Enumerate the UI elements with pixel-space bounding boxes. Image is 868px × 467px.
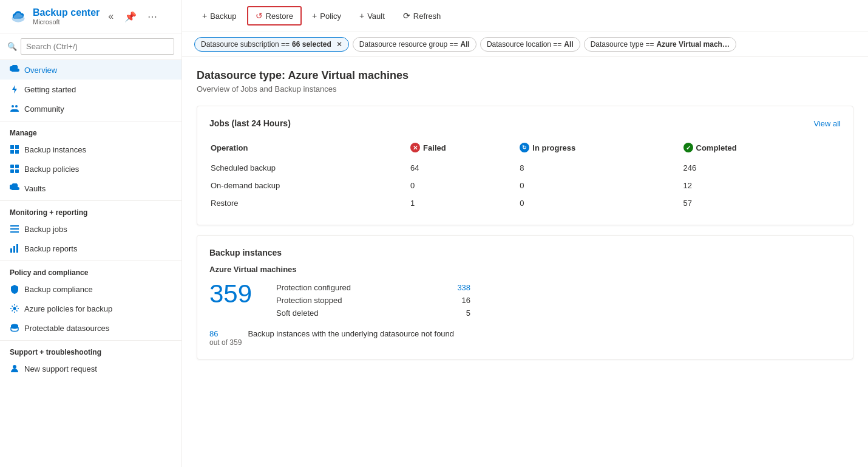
footer-count-value[interactable]: 86	[209, 329, 242, 338]
sidebar-item-backup-instances[interactable]: Backup instances	[0, 140, 181, 159]
operation-cell: On-demand backup	[211, 177, 409, 194]
sidebar-item-new-support[interactable]: New support request	[0, 359, 181, 378]
search-bar: 🔍	[0, 33, 181, 60]
sidebar-item-label: Getting started	[24, 85, 76, 94]
filter-prefix: Datasource location ==	[487, 40, 561, 49]
sidebar-item-label: Protectable datasources	[24, 324, 109, 333]
filter-close-icon[interactable]: ✕	[336, 40, 342, 49]
grid2-icon	[10, 164, 19, 174]
detail-label: Protection stopped	[276, 296, 342, 305]
filter-subscription[interactable]: Datasource subscription == 66 selected ✕	[194, 37, 349, 52]
sidebar-title-block: Backup center Microsoft	[33, 7, 100, 26]
table-row: Scheduled backup 64 8 246	[211, 160, 839, 176]
svg-rect-13	[10, 231, 19, 233]
sidebar-item-label: Backup jobs	[24, 225, 67, 234]
footer-count-sub: out of 359	[209, 338, 242, 347]
sidebar-item-backup-jobs[interactable]: Backup jobs	[0, 219, 181, 239]
sidebar-item-label: Community	[24, 104, 64, 114]
col-completed: ✓ Completed	[683, 139, 839, 159]
filter-datasource-type[interactable]: Datasource type == Azure Virtual mach…	[584, 37, 736, 52]
svg-rect-7	[10, 165, 14, 168]
sidebar-item-backup-reports[interactable]: Backup reports	[0, 239, 181, 258]
backup-button[interactable]: + Backup	[194, 7, 245, 25]
cloud2-icon	[10, 183, 19, 193]
toolbar: + Backup ↺ Restore + Policy + Vault ⟳ Re…	[182, 0, 868, 32]
page-title: Datasource type: Azure Virtual machines	[197, 69, 853, 82]
filter-resource-group[interactable]: Datasource resource group == All	[353, 37, 476, 52]
refresh-button[interactable]: ⟳ Refresh	[395, 7, 449, 25]
instances-body: 359 Protection configured 338 Protection…	[209, 281, 841, 319]
grid-icon	[10, 145, 19, 154]
operation-cell: Restore	[211, 195, 409, 211]
refresh-icon: ⟳	[403, 11, 410, 21]
jobs-card-title: Jobs (last 24 Hours)	[209, 118, 291, 128]
filter-prefix: Datasource type ==	[591, 40, 654, 49]
detail-value: 16	[452, 296, 470, 305]
sidebar-item-backup-compliance[interactable]: Backup compliance	[0, 279, 181, 299]
svg-rect-16	[16, 244, 18, 253]
svg-point-19	[13, 365, 16, 369]
list-icon	[10, 224, 19, 234]
shield-icon	[10, 284, 19, 294]
jobs-card-header: Jobs (last 24 Hours) View all	[209, 118, 841, 128]
sidebar-item-label: Backup reports	[24, 244, 77, 253]
restore-button[interactable]: ↺ Restore	[247, 6, 302, 26]
table-row: Restore 1 0 57	[211, 195, 839, 211]
completed-icon: ✓	[683, 143, 693, 152]
sidebar-item-overview[interactable]: Overview	[0, 60, 181, 80]
instances-details: Protection configured 338 Protection sto…	[276, 281, 841, 319]
svg-rect-8	[15, 165, 19, 168]
detail-label: Soft deleted	[276, 308, 318, 318]
svg-point-2	[15, 105, 18, 107]
app-subtitle: Microsoft	[33, 18, 100, 26]
inprogress-status-header: ↻ In progress	[520, 143, 677, 152]
inprogress-cell[interactable]: 8	[520, 160, 682, 176]
inprogress-cell: 0	[520, 195, 682, 211]
sidebar-item-community[interactable]: Community	[0, 99, 181, 118]
sidebar-nav: Overview Getting started Community Manag…	[0, 60, 181, 467]
sidebar-item-protectable-datasources[interactable]: Protectable datasources	[0, 318, 181, 338]
sidebar-item-azure-policies[interactable]: Azure policies for backup	[0, 299, 181, 318]
detail-row: Soft deleted 5	[276, 307, 470, 319]
completed-cell[interactable]: 57	[683, 195, 839, 211]
sidebar-item-backup-policies[interactable]: Backup policies	[0, 159, 181, 179]
filter-value: Azure Virtual mach…	[656, 40, 729, 49]
vault-button[interactable]: + Vault	[351, 7, 393, 25]
search-input[interactable]	[21, 38, 174, 55]
restore-icon: ↺	[256, 11, 263, 21]
app-name: Backup center	[33, 7, 100, 18]
failed-cell[interactable]: 1	[410, 195, 518, 211]
sidebar: Backup center Microsoft « 📌 ⋯ 🔍 Overview…	[0, 0, 182, 467]
sidebar-item-label: Backup policies	[24, 165, 79, 174]
view-all-link[interactable]: View all	[813, 119, 841, 128]
completed-cell[interactable]: 12	[683, 177, 839, 194]
svg-point-17	[13, 307, 16, 310]
policy-section-label: Policy and compliance	[0, 261, 181, 279]
jobs-card: Jobs (last 24 Hours) View all Operation …	[197, 106, 853, 225]
pin-button[interactable]: 📌	[122, 9, 139, 25]
svg-rect-12	[10, 228, 19, 230]
filter-value: 66 selected	[292, 40, 331, 49]
completed-cell[interactable]: 246	[683, 160, 839, 176]
svg-rect-11	[10, 225, 19, 227]
filter-value: All	[564, 40, 573, 49]
more-button[interactable]: ⋯	[145, 9, 160, 25]
instances-card-title: Backup instances	[209, 248, 841, 257]
sidebar-item-label: Overview	[24, 66, 57, 75]
col-inprogress: ↻ In progress	[520, 139, 682, 159]
filter-value: All	[461, 40, 470, 49]
sidebar-item-getting-started[interactable]: Getting started	[0, 80, 181, 99]
support-section-label: Support + troubleshooting	[0, 340, 181, 359]
detail-value[interactable]: 338	[452, 283, 470, 292]
filter-bar: Datasource subscription == 66 selected ✕…	[182, 32, 868, 57]
instances-count: 359	[209, 281, 252, 307]
page-subtitle: Overview of Jobs and Backup instances	[197, 84, 853, 94]
collapse-button[interactable]: «	[106, 9, 116, 24]
gear-icon	[10, 304, 19, 313]
chart-icon	[10, 244, 19, 253]
policy-button[interactable]: + Policy	[304, 7, 349, 25]
instances-footer: 86 out of 359 Backup instances with the …	[209, 329, 841, 347]
sidebar-item-vaults[interactable]: Vaults	[0, 179, 181, 198]
filter-location[interactable]: Datasource location == All	[480, 37, 580, 52]
failed-cell[interactable]: 64	[410, 160, 518, 176]
